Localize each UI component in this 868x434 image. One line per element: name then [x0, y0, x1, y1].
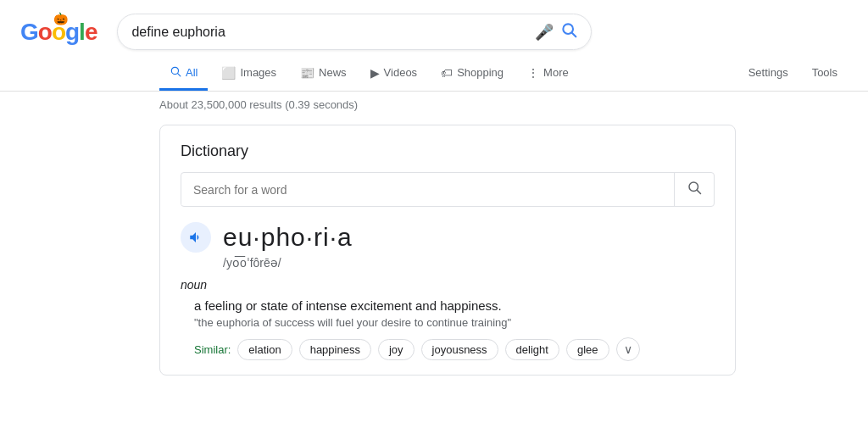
news-icon: 📰	[300, 66, 314, 80]
tools-link[interactable]: Tools	[802, 58, 848, 90]
tab-all[interactable]: All	[159, 57, 208, 91]
example: "the euphoria of success will fuel your …	[194, 316, 715, 329]
similar-chip-glee[interactable]: glee	[566, 339, 609, 360]
logo-g2: g	[65, 19, 79, 45]
videos-icon: ▶	[370, 66, 380, 80]
google-logo[interactable]: Goo🎃gle	[20, 19, 97, 46]
settings-link[interactable]: Settings	[738, 58, 798, 90]
results-count: About 23,500,000 results (0.39 seconds)	[0, 92, 868, 118]
similar-label: Similar:	[194, 343, 231, 356]
expand-icon: ∨	[624, 342, 632, 356]
similar-chip-happiness[interactable]: happiness	[299, 339, 371, 360]
header: Goo🎃gle define euphoria 🎤	[0, 0, 868, 50]
logo-o2-wrap: o🎃	[52, 19, 65, 46]
logo-o1: o	[38, 19, 52, 45]
tools-label: Tools	[812, 66, 837, 79]
similar-row: Similar: elation happiness joy joyousnes…	[194, 337, 715, 361]
word-row: eu·pho·ri·a	[181, 222, 715, 253]
more-icon: ⋮	[527, 66, 539, 80]
logo-l: l	[79, 19, 85, 45]
similar-chip-delight[interactable]: delight	[505, 339, 559, 360]
mic-icon[interactable]: 🎤	[535, 23, 554, 42]
all-icon	[170, 65, 181, 80]
dictionary-card: Dictionary eu·pho·ri·a /yo͞oˈfôrēə/ noun…	[159, 125, 736, 376]
phonetic: /yo͞oˈfôrēə/	[223, 256, 715, 270]
similar-chip-joyousness[interactable]: joyousness	[421, 339, 498, 360]
tab-videos-label: Videos	[384, 66, 418, 79]
word-text: eu·pho·ri·a	[223, 223, 353, 252]
nav-tabs: All ⬜ Images 📰 News ▶ Videos 🏷 Shopping …	[0, 53, 868, 92]
logo-e: e	[85, 19, 97, 45]
tab-more-label: More	[543, 66, 569, 79]
results-count-text: About 23,500,000 results (0.39 seconds)	[159, 98, 358, 111]
dict-search-input[interactable]	[181, 175, 674, 205]
logo-g: G	[20, 19, 38, 45]
svg-line-1	[572, 33, 576, 37]
similar-chip-elation[interactable]: elation	[237, 339, 292, 360]
images-icon: ⬜	[221, 66, 236, 80]
tab-videos[interactable]: ▶ Videos	[360, 58, 428, 91]
logo-decoration: 🎃	[53, 12, 67, 25]
tab-all-label: All	[186, 66, 198, 79]
dict-search-row	[181, 172, 715, 207]
dictionary-title: Dictionary	[181, 142, 715, 160]
search-bar: define euphoria 🎤	[117, 14, 592, 50]
similar-chip-joy[interactable]: joy	[378, 339, 415, 360]
definition: a feeling or state of intense excitement…	[194, 298, 715, 313]
part-of-speech: noun	[181, 278, 715, 292]
tab-shopping-label: Shopping	[457, 66, 504, 79]
expand-similar-button[interactable]: ∨	[616, 337, 640, 361]
search-input[interactable]: define euphoria	[131, 25, 528, 40]
tab-images[interactable]: ⬜ Images	[211, 58, 287, 91]
tab-news-label: News	[319, 66, 347, 79]
tab-more[interactable]: ⋮ More	[517, 58, 579, 91]
svg-line-3	[178, 74, 181, 76]
settings-label: Settings	[748, 66, 788, 79]
tab-images-label: Images	[240, 66, 276, 79]
audio-button[interactable]	[181, 222, 211, 253]
dict-search-button[interactable]	[674, 173, 714, 206]
search-button[interactable]	[560, 21, 577, 42]
svg-line-5	[697, 190, 700, 193]
tab-shopping[interactable]: 🏷 Shopping	[431, 58, 514, 91]
tab-news[interactable]: 📰 News	[290, 58, 357, 91]
shopping-icon: 🏷	[441, 66, 453, 80]
